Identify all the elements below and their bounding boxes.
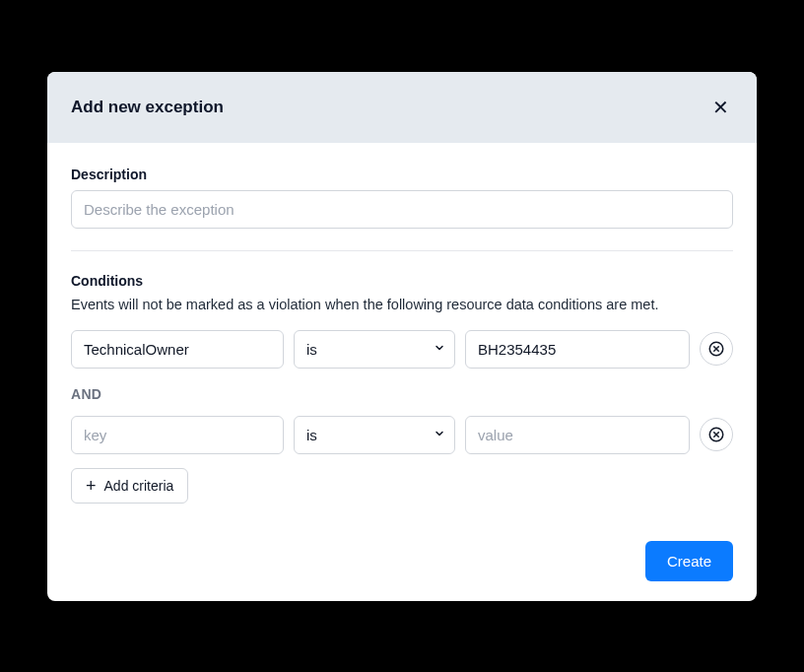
plus-icon: + <box>86 477 97 495</box>
remove-circle-icon <box>707 340 725 358</box>
condition-key-input[interactable] <box>71 330 284 369</box>
modal-body: Description Conditions Events will not b… <box>47 143 757 601</box>
add-criteria-button[interactable]: + Add criteria <box>71 468 188 504</box>
description-label: Description <box>71 167 733 182</box>
remove-condition-button[interactable] <box>700 332 733 366</box>
add-exception-modal: Add new exception ✕ Description Conditio… <box>47 72 757 601</box>
modal-footer: Create <box>71 541 733 581</box>
and-label: AND <box>71 386 733 402</box>
conditions-subtext: Events will not be marked as a violation… <box>71 297 733 312</box>
condition-value-input[interactable] <box>465 330 690 369</box>
condition-operator-select[interactable]: is <box>294 330 455 369</box>
conditions-heading: Conditions <box>71 273 733 289</box>
modal-header: Add new exception ✕ <box>47 72 757 143</box>
create-button[interactable]: Create <box>645 541 733 581</box>
add-criteria-label: Add criteria <box>104 478 174 494</box>
close-icon: ✕ <box>712 97 729 118</box>
close-button[interactable]: ✕ <box>708 94 733 121</box>
conditions-section: Conditions Events will not be marked as … <box>71 273 733 504</box>
condition-key-input[interactable] <box>71 416 284 454</box>
condition-operator-select[interactable]: is <box>294 416 455 454</box>
condition-row: is <box>71 416 733 454</box>
remove-condition-button[interactable] <box>700 418 733 451</box>
condition-value-input[interactable] <box>465 416 690 454</box>
modal-title: Add new exception <box>71 98 224 117</box>
description-input[interactable] <box>71 190 733 229</box>
condition-row: is <box>71 330 733 369</box>
remove-circle-icon <box>707 426 725 443</box>
description-section: Description <box>71 167 733 251</box>
